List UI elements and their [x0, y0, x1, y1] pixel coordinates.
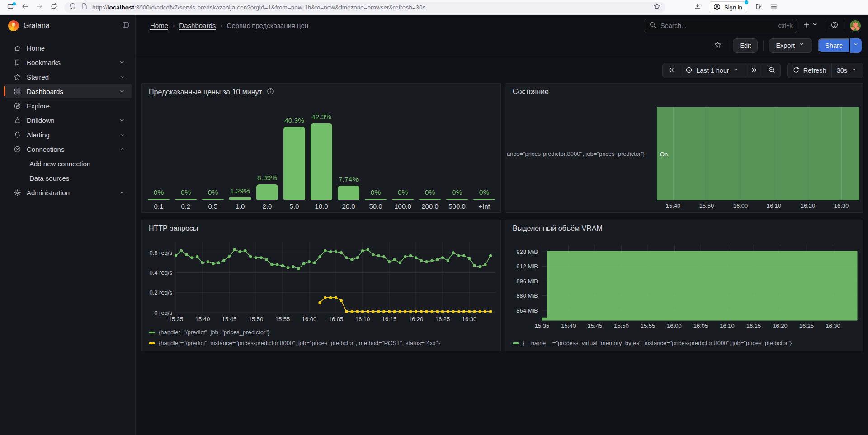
data-point	[404, 255, 406, 258]
histogram-bar[interactable]	[392, 199, 414, 200]
reload-button[interactable]	[50, 3, 58, 11]
data-point	[329, 296, 332, 299]
breadcrumb-item[interactable]: Dashboards	[179, 22, 216, 29]
dashboard-canvas: Last 1 hour Refresh 30s Предсказанные це…	[136, 55, 868, 435]
data-point	[377, 310, 380, 313]
panel-predicted-prices[interactable]: Предсказанные цены за 10 минут 0%0.10%0.…	[141, 83, 501, 213]
shield-icon[interactable]	[69, 3, 77, 11]
bookmark-star-icon[interactable]	[653, 3, 661, 11]
sidebar-item-alerting[interactable]: Alerting	[4, 127, 132, 142]
sidebar-item-administration[interactable]: Administration	[4, 185, 132, 200]
plug-icon	[14, 145, 21, 153]
histogram-bar[interactable]	[256, 184, 278, 200]
histogram-bar[interactable]	[229, 197, 251, 200]
sidebar-item-explore[interactable]: Explore	[4, 98, 132, 113]
histogram-bar[interactable]	[283, 127, 305, 200]
refresh-interval-picker[interactable]: 30s	[831, 63, 863, 78]
panel-vram[interactable]: Выделенный объём VRAM 15:3515:4015:4515:…	[505, 220, 863, 351]
refresh-button[interactable]: Refresh	[788, 63, 831, 78]
tab-icon[interactable]	[6, 3, 14, 11]
x-axis-tick: 16:20	[793, 202, 822, 209]
y-axis-tick: 0.6 req/s	[149, 249, 172, 256]
export-button[interactable]: Export	[769, 38, 812, 53]
sidebar-item-label: Starred	[27, 73, 113, 81]
panel-http-requests[interactable]: HTTP-запросы 15:3515:4015:4515:5015:5516…	[141, 220, 501, 351]
histogram-x-tick: 2.0	[252, 202, 283, 210]
x-axis-tick: 15:55	[275, 316, 290, 323]
x-axis-tick: 16:25	[799, 323, 814, 329]
share-menu-caret[interactable]	[850, 38, 862, 53]
time-range-picker[interactable]: Last 1 hour	[680, 63, 745, 78]
info-icon[interactable]	[267, 88, 274, 97]
sidebar-item-connections[interactable]: Connections	[4, 142, 132, 156]
histogram-value-label: 0%	[469, 188, 500, 196]
data-point	[222, 259, 225, 262]
x-axis-tick: 15:50	[614, 323, 629, 329]
x-axis-tick: 16:20	[773, 323, 788, 329]
page-info-icon[interactable]	[80, 3, 89, 11]
sidebar-item-data-sources[interactable]: Data sources	[4, 171, 132, 185]
legend-swatch	[149, 332, 155, 333]
forward-button[interactable]	[35, 3, 43, 11]
data-point	[436, 258, 439, 261]
sidebar-item-bookmarks[interactable]: Bookmarks	[4, 55, 132, 70]
state-on-block[interactable]	[657, 107, 859, 200]
sidebar-item-dashboards[interactable]: Dashboards	[4, 84, 132, 98]
area-series	[542, 251, 857, 320]
data-point	[196, 255, 198, 258]
histogram-bar[interactable]	[419, 199, 441, 200]
edit-button[interactable]: Edit	[733, 38, 758, 53]
time-shift-back-button[interactable]	[663, 63, 680, 78]
legend-item[interactable]: {handler="/predict", job="prices_predict…	[149, 329, 269, 336]
histogram-bar[interactable]	[175, 199, 197, 200]
sidebar-item-home[interactable]: Home	[4, 41, 132, 55]
histogram-value-label: 0%	[170, 188, 201, 196]
zoom-out-button[interactable]	[763, 63, 780, 78]
browser-sign-in-button[interactable]: Sign in	[709, 1, 747, 13]
data-point	[484, 310, 486, 313]
data-point	[255, 256, 257, 259]
favorite-star-icon[interactable]	[713, 42, 722, 50]
dock-menu-icon[interactable]	[122, 22, 130, 30]
data-point	[185, 253, 188, 256]
url-bar[interactable]: http://localhost:3000/d/adcdfv7/servis-p…	[64, 2, 665, 13]
search-input[interactable]: Search... ctrl+k	[644, 19, 797, 33]
histogram-bar[interactable]	[148, 199, 170, 200]
home-icon	[14, 44, 21, 52]
histogram-bar[interactable]	[338, 186, 359, 200]
data-point	[361, 310, 364, 313]
share-button[interactable]: Share	[818, 38, 850, 53]
time-shift-forward-button[interactable]	[745, 63, 763, 78]
breadcrumb-item[interactable]: Home	[150, 22, 168, 29]
histogram-bar[interactable]	[311, 123, 332, 200]
x-axis-tick: 16:30	[826, 323, 840, 329]
vram-chart[interactable]: 15:3515:4015:4515:5015:5516:0016:0516:10…	[505, 220, 863, 351]
panel-state[interactable]: Состояние ance="prices-predictor:8000", …	[505, 83, 863, 213]
histogram-bar[interactable]	[446, 199, 468, 200]
x-axis-tick: 16:10	[760, 202, 788, 209]
histogram-x-tick: 500.0	[442, 202, 472, 210]
histogram-bar[interactable]	[202, 199, 224, 200]
sidebar-item-drilldown[interactable]: Drilldown	[4, 113, 132, 127]
sidebar-item-add-new-connection[interactable]: Add new connection	[4, 156, 132, 171]
gear-icon	[14, 189, 21, 196]
series-line	[320, 298, 491, 312]
y-axis-tick: 0.2 req/s	[149, 289, 172, 296]
user-avatar[interactable]	[850, 20, 861, 31]
data-point	[287, 266, 289, 269]
chevron-down-icon	[119, 131, 125, 138]
downloads-icon[interactable]	[693, 3, 702, 11]
help-icon[interactable]	[830, 22, 839, 30]
histogram-x-tick: 0.5	[198, 202, 228, 210]
histogram-bar[interactable]	[473, 199, 495, 200]
legend-item[interactable]: {handler="/predict", instance="prices-pr…	[149, 340, 440, 346]
chevron-down-icon	[119, 59, 125, 65]
data-point	[302, 262, 305, 265]
new-button[interactable]	[803, 21, 819, 30]
sidebar-item-starred[interactable]: Starred	[4, 70, 132, 84]
extensions-icon[interactable]	[755, 3, 763, 11]
legend-item[interactable]: {__name__="process_virtual_memory_bytes"…	[513, 340, 792, 346]
back-button[interactable]	[21, 3, 29, 11]
menu-icon[interactable]	[770, 3, 778, 11]
histogram-bar[interactable]	[365, 199, 387, 200]
